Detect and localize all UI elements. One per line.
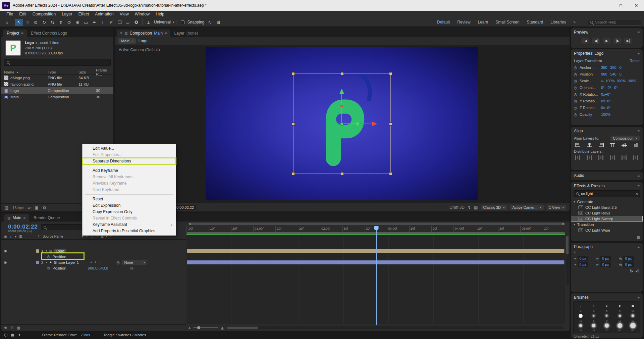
diameter-value[interactable]: 21 px [591,335,599,338]
property-label[interactable]: Position [53,266,66,270]
previous-frame-button[interactable]: ◀| [592,38,600,44]
navigator-start-handle[interactable] [189,223,191,225]
property-value[interactable]: 0° [601,86,605,90]
status-icon-1[interactable]: ⬡ [4,333,7,337]
work-area-bar[interactable] [186,232,565,234]
space-after-field[interactable]: ⇤ 0 px [596,262,617,267]
maximize-button[interactable]: □ [613,0,629,11]
menu-composition[interactable]: Composition [30,11,59,18]
property-row-orientation[interactable]: ◷ Orientat... 0° 0° 0° [571,84,643,91]
brush-preset-selected[interactable]: 19 [574,312,587,322]
eraser-tool-icon[interactable]: ▱ [124,19,132,26]
parent-dropdown[interactable]: None ▾ [122,260,147,265]
menu-item-add-keyframe[interactable]: Add Keyframe [83,167,176,174]
time-navigator[interactable] [189,223,565,225]
audio-column-icon[interactable]: ♪ [8,235,13,238]
align-left-icon[interactable] [575,143,580,147]
status-icon-3[interactable]: ✦ [18,333,21,337]
graph-editor-icon[interactable]: ▦ [17,326,20,330]
current-timecode[interactable]: 0:00:02:22 [8,224,38,230]
camera-dropdown[interactable]: Active Camer... ▾ [510,205,544,210]
tab-layer[interactable]: Layer (none) [171,30,202,37]
pan-behind-tool-icon[interactable]: ⊕ [73,19,82,26]
text-direction-rtl-button[interactable]: ◂¶ [636,269,639,273]
close-icon[interactable]: × [120,31,122,36]
stopwatch-icon[interactable]: ◷ [574,65,580,70]
first-frame-button[interactable]: |◀ [581,38,589,44]
brush-preset[interactable]: 1 [574,303,587,312]
property-value[interactable]: 350 [610,65,616,69]
property-value[interactable]: 540 [610,72,616,76]
brush-preset[interactable]: 13 [626,303,639,312]
stopwatch-icon[interactable]: ◷ [574,99,580,103]
field-value[interactable]: 0 px [578,256,588,261]
menu-item-edit-expression[interactable]: Edit Expression [83,202,176,209]
project-row-main[interactable]: ▣Main Composition 30 [1,94,113,100]
distribute-bottom-icon[interactable] [598,155,604,160]
brush-preset[interactable]: 17 [626,312,639,322]
solo-column-icon[interactable]: ● [13,235,18,238]
align-to-dropdown[interactable]: Composition ▾ [610,136,640,141]
minimize-button[interactable]: — [598,0,613,11]
align-bottom-icon[interactable] [633,143,639,147]
property-value[interactable]: 0 [620,65,622,69]
property-row-z-rotation[interactable]: ◷ Z Rotatio... 0x+0° [571,104,643,111]
project-row-logo[interactable]: ▣Logo Composition 30 [1,87,113,94]
property-value[interactable]: 0° [608,86,611,90]
menu-item-edit-value[interactable]: Edit Value... [83,145,176,152]
brush-preset[interactable]: 45 [613,322,626,332]
effects-group-transition[interactable]: ▾ Transition [571,222,643,227]
stopwatch-icon[interactable]: ◷ [47,266,50,270]
axis-mode-icon[interactable]: ⊥ [144,19,153,26]
stopwatch-icon[interactable]: ◷ [574,112,580,117]
layer-color-swatch[interactable] [36,261,39,264]
property-row-shape-position[interactable]: ◷ Position 960,0,540,0 ◎ [1,265,186,271]
chevron-down-icon[interactable]: ▾ [574,200,575,203]
renderer-dropdown[interactable]: Classic 3D ▾ [481,205,507,210]
menu-help[interactable]: Help [153,11,167,18]
panel-menu-icon[interactable]: ≡ [165,31,167,35]
hand-tool-icon[interactable]: ☜ [23,19,32,26]
new-folder-icon[interactable]: ▱ [28,205,31,210]
snap-option-icon[interactable]: ∿ [206,19,214,26]
justify-last-left-button[interactable] [606,251,608,253]
eye-icon[interactable]: ◉ [3,249,8,253]
tab-render-queue[interactable]: Render Queue [30,214,63,222]
field-value[interactable]: 0 px [578,262,588,267]
menu-item-keyframe-assistant[interactable]: Keyframe Assistant › [83,222,176,228]
next-frame-button[interactable]: |▶ [613,38,622,44]
brush-preset[interactable]: 35 [600,322,613,332]
brush-preset[interactable]: 65 [626,322,639,332]
tab-composition[interactable]: × ▥ Composition Main ≡ [117,30,170,37]
property-value[interactable]: 100% [627,79,636,83]
panel-menu-icon[interactable]: ≡ [23,216,25,220]
collapse-layers-icon[interactable]: ⊟ [10,326,13,330]
brush-preset[interactable]: 5 [600,303,613,312]
timeline-zoom-slider[interactable] [193,327,218,328]
menu-animation[interactable]: Animation [92,11,117,18]
property-value[interactable]: 0° [614,86,618,90]
expander-icon[interactable]: ▾ [46,261,47,264]
brush-preset[interactable]: 5 [587,312,600,322]
dolly-camera-tool-icon[interactable]: ⇕ [57,19,65,26]
draft-3d-toggle[interactable]: Draft 3D [449,205,465,210]
composition-viewport[interactable]: Active Camera (Default) [115,45,570,203]
panel-menu-icon[interactable]: ≡ [638,174,640,178]
menu-item-copy-expression-only[interactable]: Copy Expression Only [83,209,176,215]
align-horizontal-center-icon[interactable] [587,143,592,147]
menu-layer[interactable]: Layer [59,11,75,18]
align-top-icon[interactable] [610,143,615,147]
property-value[interactable]: 0 [620,72,622,76]
selection-tool-icon[interactable]: ↖ [15,19,23,26]
toggle-switches-button[interactable]: Toggle Switches / Modes [103,333,146,337]
eye-column-icon[interactable]: ◉ [3,235,8,238]
stopwatch-icon[interactable]: ◷ [47,254,50,259]
panel-menu-icon[interactable]: ≡ [638,129,640,133]
tab-timeline-main[interactable]: ▥ Main ≡ [4,214,29,222]
stopwatch-icon[interactable]: ◷ [574,72,580,77]
current-time-indicator[interactable] [376,226,377,325]
workspace-standard[interactable]: Standard [527,20,543,25]
zoom-tool-icon[interactable]: ⊙ [32,19,40,26]
first-line-indent-field[interactable]: ↹ 0 px [619,256,640,261]
property-row-scale[interactable]: ◷ Scale ∞ 100% 100% 100% [571,78,643,84]
